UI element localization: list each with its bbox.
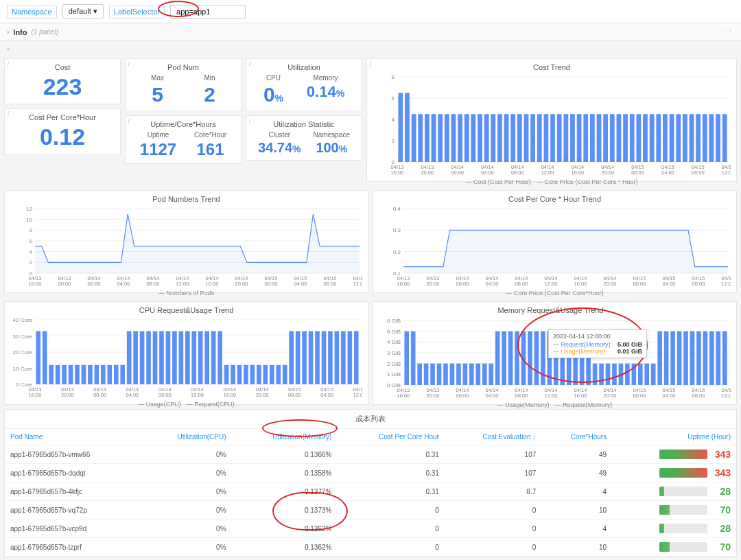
cost-trend-chart[interactable]: 0246804/1316:0004/1320:0004/1400:0004/14… (373, 74, 731, 177)
svg-rect-299 (263, 365, 268, 384)
svg-rect-430 (599, 364, 604, 385)
svg-text:04:00: 04:00 (126, 392, 139, 398)
mem-ru-panel: Memory Request&Usage Trend ⌄ 0 GiB1 GiB2… (373, 301, 737, 405)
svg-text:04:00: 04:00 (481, 170, 494, 176)
charts-row-3: CPU Request&Usage Trend 0 Core10 Core20 … (0, 297, 741, 409)
cost: 107 (445, 445, 541, 464)
svg-rect-78 (517, 114, 522, 162)
table-header[interactable]: Core*Hours (541, 429, 612, 445)
chevron-right-icon[interactable]: › (7, 28, 9, 36)
info-icon[interactable]: i (128, 60, 130, 67)
cost-card: i Cost 223 (4, 58, 121, 104)
table-row[interactable]: app1-67965d657b-tzprf 0% 0.1362% 0 0 10 … (5, 538, 736, 557)
table-header[interactable]: Cost Evaluation ↓ (445, 429, 541, 445)
cost-table: Pod NameUtilization(CPU)Utilization(Memo… (5, 429, 736, 557)
svg-text:04:00: 04:00 (663, 281, 676, 287)
info-icon[interactable]: i (8, 110, 9, 117)
table-row[interactable]: app1-67965d657b-dqdqt 0% 0.1358% 0.31 10… (5, 464, 736, 482)
svg-text:04:00: 04:00 (486, 281, 499, 287)
namespace-dropdown[interactable]: default ▾ (62, 4, 104, 19)
svg-text:16:00: 16:00 (29, 392, 42, 398)
svg-text:16:00: 16:00 (574, 281, 587, 287)
svg-rect-103 (683, 114, 687, 162)
svg-rect-89 (590, 114, 595, 162)
svg-rect-437 (644, 364, 649, 385)
info-row-header[interactable]: › Info (1 panel) ⋮⋮ (0, 23, 741, 41)
svg-rect-100 (663, 114, 668, 162)
cpch: 0.31 (337, 482, 444, 501)
svg-text:16:00: 16:00 (397, 281, 410, 287)
svg-text:4 GiB: 4 GiB (387, 339, 401, 345)
cost: 107 (445, 464, 541, 482)
table-row[interactable]: app1-67965d657b-4kfjc 0% 0.1377% 0.31 8.… (5, 482, 736, 501)
podnum-card: i Pod Num Max5 Min2 (125, 58, 242, 111)
table-header[interactable]: Cost Per Core Hour (337, 429, 444, 445)
svg-rect-306 (309, 331, 314, 384)
svg-rect-419 (528, 331, 532, 385)
table-row[interactable]: app1-67965d657b-vq72p 0% 0.1373% 0 0 10 … (5, 501, 736, 520)
svg-rect-273 (95, 365, 99, 384)
svg-rect-438 (651, 364, 656, 385)
labelselector-input[interactable] (170, 5, 246, 19)
svg-rect-408 (456, 364, 461, 385)
info-icon[interactable]: i (249, 117, 250, 124)
uptime-cell: 28 (612, 520, 736, 538)
cluster-label: Cluster (258, 131, 301, 139)
svg-rect-77 (510, 114, 515, 162)
table-header[interactable]: Utilization(CPU) (141, 429, 231, 445)
svg-rect-271 (82, 365, 86, 384)
cpu-ru-chart[interactable]: 0 Core10 Core20 Core30 Core40 Core04/131… (10, 317, 362, 399)
info-icon[interactable]: i (128, 117, 130, 124)
table-row[interactable]: app1-67965d657b-vcp9d 0% 0.1362% 0 0 4 2… (5, 520, 736, 538)
svg-rect-82 (544, 114, 549, 162)
info-icon[interactable]: i (8, 60, 9, 67)
table-header[interactable]: Uptime (Hour) (612, 429, 736, 445)
chevron-down-icon[interactable]: ⌄ (606, 306, 612, 314)
svg-rect-309 (328, 331, 333, 384)
svg-text:0.3: 0.3 (393, 227, 401, 233)
info-icon[interactable]: i (249, 60, 250, 67)
svg-text:16:00: 16:00 (223, 392, 236, 398)
info-icon[interactable]: i (370, 60, 371, 67)
svg-rect-289 (198, 331, 203, 384)
svg-rect-106 (703, 114, 707, 162)
cpc-hour-title: Cost Per Core * Hour Trend (379, 195, 731, 203)
drag-handle-icon[interactable]: ⋮⋮ (719, 27, 734, 36)
svg-text:04:00: 04:00 (486, 393, 499, 399)
ucpu: 0% (141, 482, 231, 501)
svg-rect-269 (69, 365, 73, 384)
svg-rect-279 (133, 331, 138, 384)
charts-row-2: Pod Numbers Trend 02468101204/1316:0004/… (0, 186, 741, 297)
cpu-label: CPU (263, 74, 283, 82)
svg-rect-105 (696, 114, 701, 162)
uptime-cell: 28 (612, 482, 736, 501)
svg-rect-412 (482, 364, 487, 385)
svg-text:08:00: 08:00 (515, 393, 528, 399)
pod-numbers-chart[interactable]: 02468101204/1316:0004/1320:0004/1400:000… (10, 206, 362, 288)
namespace-label: Namespace (7, 5, 57, 19)
cpch-value: 0.12 (10, 124, 115, 150)
svg-rect-312 (347, 331, 352, 384)
corehours: 10 (541, 538, 612, 557)
svg-rect-313 (354, 331, 359, 384)
svg-rect-104 (690, 114, 694, 162)
collapse-icon[interactable]: ⌄ (0, 41, 741, 54)
cpc-hour-chart[interactable]: 0.10.20.30.404/1316:0004/1320:0004/1400:… (379, 206, 731, 288)
info-subtitle: (1 panel) (32, 28, 58, 36)
table-row[interactable]: app1-67965d657b-vmw66 0% 0.1366% 0.31 10… (5, 445, 736, 464)
svg-text:00:00: 00:00 (451, 170, 464, 176)
topbar: Namespace default ▾ LabelSelector (0, 0, 741, 23)
svg-rect-443 (683, 331, 688, 385)
table-header[interactable]: Utilization(Memory) (232, 429, 338, 445)
svg-rect-446 (703, 331, 708, 385)
table-header[interactable]: Pod Name (5, 429, 141, 445)
svg-rect-288 (191, 331, 196, 384)
svg-rect-421 (541, 331, 545, 385)
svg-rect-72 (478, 114, 482, 162)
chart-tooltip: 2022-04-14 12:00:00 — Request(Memory):5.… (548, 329, 647, 358)
svg-rect-71 (471, 114, 475, 162)
cost: 0 (445, 520, 541, 538)
svg-text:04:00: 04:00 (320, 392, 333, 398)
cost: 8.7 (445, 482, 541, 501)
svg-rect-75 (497, 114, 502, 162)
